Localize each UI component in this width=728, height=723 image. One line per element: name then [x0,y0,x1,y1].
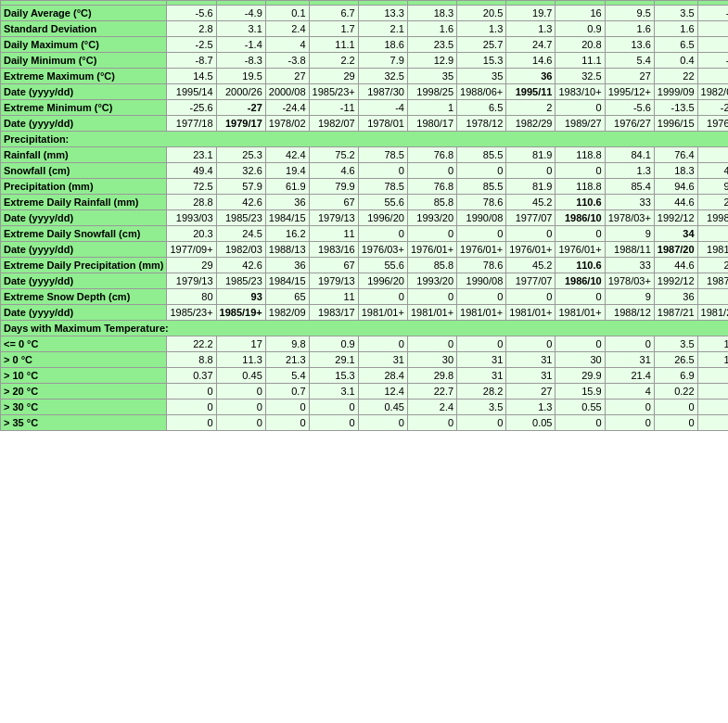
cell: 0.55 [556,400,605,415]
cell: 85.8 [407,195,456,210]
cell: 67 [309,195,358,210]
cell: 81.9 [506,147,556,163]
cell: 1990/08 [457,210,506,226]
cell: 26.5 [654,352,697,368]
row-label: Date (yyyy/dd) [1,242,167,258]
cell: 0.22 [654,384,697,400]
row-label: Extreme Daily Rainfall (mm) [1,195,167,210]
cell: 1984/15 [265,210,309,226]
cell: -27 [216,100,265,116]
cell: -5.6 [605,100,654,116]
cell: 0 [167,400,216,415]
table-row: Extreme Maximum (°C)14.519.5272932.53535… [1,69,729,84]
cell: 76.4 [654,147,697,163]
cell: 45.2 [506,195,556,210]
cell: 118.8 [556,147,605,163]
cell: 0 [654,415,697,431]
cell: 80 [167,289,216,305]
cell: 26.8 [697,195,728,210]
cell: 20.8 [556,37,605,53]
cell: 0 [556,226,605,242]
cell: 9 [605,226,654,242]
cell: 0.4 [697,37,728,53]
cell: 0 [506,336,556,352]
cell: 0 [167,415,216,431]
cell: 0.45 [358,400,407,415]
cell: 36 [265,258,309,273]
cell: 2.8 [167,21,216,37]
cell: 29 [309,69,358,84]
table-row: Extreme Daily Snowfall (cm)20.324.516.21… [1,226,729,242]
cell: 1977/07 [506,273,556,289]
cell: 1979/13 [309,210,358,226]
cell: 3.1 [216,21,265,37]
cell: 24.7 [506,37,556,53]
cell: 1976/30 [697,116,728,132]
row-label: Daily Minimum (°C) [1,53,167,69]
table-row: > 35 °C00000000.050000 [1,415,729,431]
cell: 22 [654,69,697,84]
table-row: Date (yyyy/dd)1979/131985/231984/151979/… [1,273,729,289]
row-label: Rainfall (mm) [1,147,167,163]
cell: 34 [654,226,697,242]
cell: 1.6 [605,21,654,37]
cell: 1989/27 [556,116,605,132]
cell: 15.9 [556,384,605,400]
cell: 13.8 [697,336,728,352]
cell: 20.3 [167,226,216,242]
cell: 36 [506,69,556,84]
cell: 1998/25 [407,84,456,100]
cell: 1995/14 [167,84,216,100]
cell: 23.1 [167,147,216,163]
cell: 9.5 [605,6,654,21]
cell: 0 [605,336,654,352]
cell: 8.8 [167,352,216,368]
cell: 16.2 [265,226,309,242]
cell: 1984/15 [265,273,309,289]
cell: 28.2 [457,384,506,400]
cell: 6.5 [457,100,506,116]
cell: 1985/19+ [216,305,265,321]
cell: 79.9 [309,179,358,195]
cell: -13.5 [654,100,697,116]
table-row: Date (yyyy/dd)1977/181979/171978/021982/… [1,116,729,132]
table-row: Extreme Snow Depth (cm)80936511000009364… [1,289,729,305]
cell: 110.6 [556,195,605,210]
row-label: Date (yyyy/dd) [1,273,167,289]
cell: 1.3 [506,21,556,37]
table-row: Date (yyyy/dd)1995/142000/262000/081985/… [1,84,729,100]
cell: 19.7 [506,6,556,21]
cell: 32.6 [216,163,265,179]
cell: 1977/18 [167,116,216,132]
cell: 2.4 [265,21,309,37]
table-row: Date (yyyy/dd)1977/09+1982/031988/131983… [1,242,729,258]
cell: 12.9 [407,53,456,69]
cell: 0 [407,415,456,431]
cell: 55.6 [358,195,407,210]
cell: 4 [265,37,309,53]
table-row: Snowfall (cm)49.432.619.44.6000001.318.3… [1,163,729,179]
cell: 7.9 [358,53,407,69]
cell: 1983/10+ [556,84,605,100]
cell: 1982/09 [265,305,309,321]
cell: 0 [265,400,309,415]
cell: 31 [506,368,556,384]
cell: -4.9 [216,6,265,21]
cell: 1.7 [309,21,358,37]
cell: 1982/07 [309,116,358,132]
cell: 23.5 [407,37,456,53]
cell: 1978/02 [265,116,309,132]
table-row: Date (yyyy/dd)1985/23+1985/19+1982/09198… [1,305,729,321]
cell: 18.3 [654,163,697,179]
cell: 110.6 [556,258,605,273]
cell: 65 [265,289,309,305]
cell: 32.5 [358,69,407,84]
table-row: Extreme Daily Precipitation (mm)2942.636… [1,258,729,273]
cell: 33 [605,195,654,210]
cell: 32.5 [556,69,605,84]
section-header-row: Days with Maximum Temperature: [1,321,729,336]
cell: 0 [457,289,506,305]
cell: 44.6 [654,258,697,273]
table-row: <= 0 °C22.2179.80.90000003.513.8C [1,336,729,352]
cell: 1978/01 [358,116,407,132]
